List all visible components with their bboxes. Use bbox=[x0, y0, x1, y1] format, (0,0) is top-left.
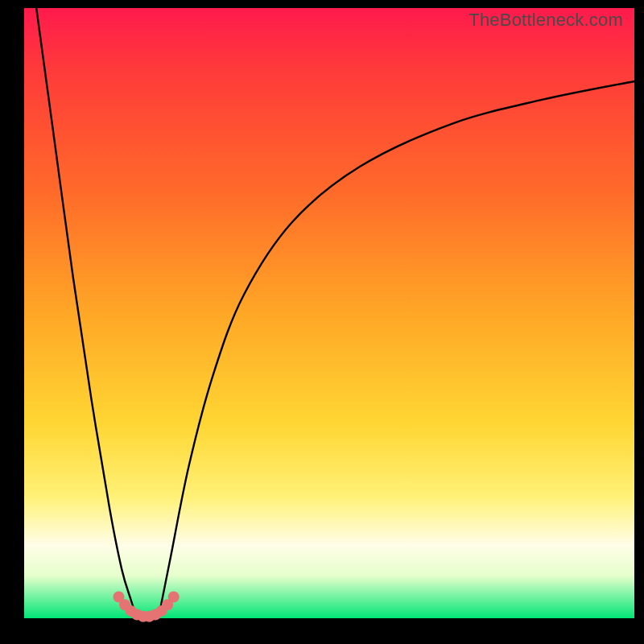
bottom-dot bbox=[168, 591, 180, 602]
plot-area: TheBottleneck.com bbox=[24, 8, 634, 618]
right-curve-path bbox=[159, 81, 634, 618]
chart-frame: TheBottleneck.com bbox=[0, 0, 644, 644]
left-curve-path bbox=[36, 8, 137, 618]
curve-layer bbox=[24, 8, 634, 618]
bottom-dots-group bbox=[113, 591, 179, 621]
